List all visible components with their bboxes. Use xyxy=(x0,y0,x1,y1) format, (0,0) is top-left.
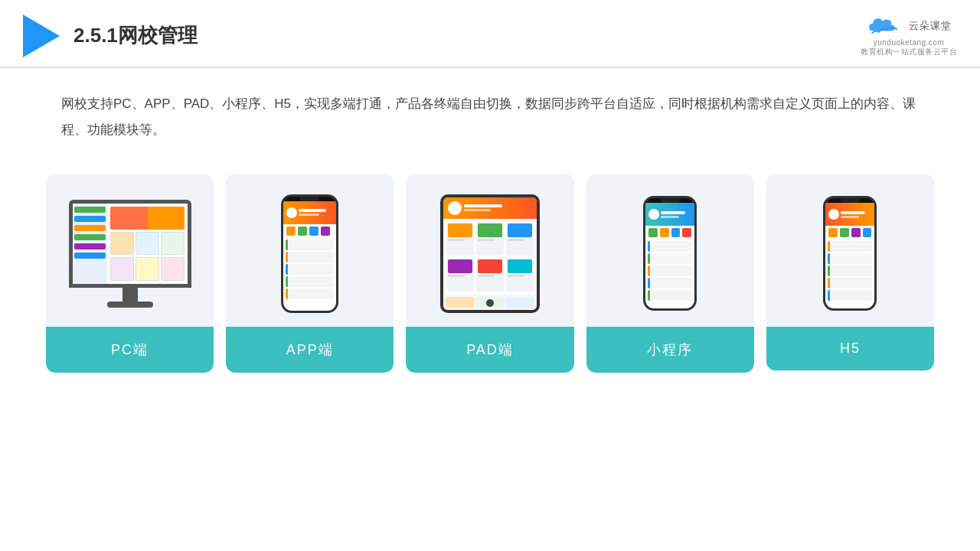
description-text: 网校支持PC、APP、PAD、小程序、H5，实现多端打通，产品各终端自由切换，数… xyxy=(0,68,980,151)
miniprogram-image xyxy=(586,174,754,327)
page-title: 2.5.1网校管理 xyxy=(74,22,198,49)
brand-slogan: 教育机构一站式服务云平台 xyxy=(861,47,957,57)
pc-label: PC端 xyxy=(46,327,214,373)
h5-phone-icon xyxy=(823,196,877,311)
pad-tablet-icon xyxy=(440,194,540,313)
h5-image xyxy=(766,174,934,327)
card-h5[interactable]: H5 xyxy=(766,174,934,373)
cloud-icon xyxy=(866,14,904,38)
brand-url: yunduoketang.com xyxy=(874,38,945,47)
app-phone-icon xyxy=(281,194,338,313)
cards-container: PC端 xyxy=(0,151,980,373)
description-content: 网校支持PC、APP、PAD、小程序、H5，实现多端打通，产品各终端自由切换，数… xyxy=(61,96,916,137)
card-pc[interactable]: PC端 xyxy=(46,174,214,373)
miniprogram-label: 小程序 xyxy=(586,327,754,373)
brand-name: 云朵课堂 xyxy=(909,19,952,33)
card-app[interactable]: APP端 xyxy=(226,174,394,373)
pc-monitor-icon xyxy=(69,200,191,308)
pc-image xyxy=(46,174,214,327)
app-label: APP端 xyxy=(226,327,394,373)
card-miniprogram[interactable]: 小程序 xyxy=(586,174,754,373)
pad-label: PAD端 xyxy=(406,327,573,373)
logo-triangle-icon xyxy=(23,15,60,57)
h5-label: H5 xyxy=(766,327,934,370)
brand-logo: 云朵课堂 yunduoketang.com 教育机构一站式服务云平台 xyxy=(861,14,957,57)
header-left: 2.5.1网校管理 xyxy=(23,15,198,57)
miniprogram-phone-icon xyxy=(643,196,697,311)
header-right: 云朵课堂 yunduoketang.com 教育机构一站式服务云平台 xyxy=(861,14,957,57)
app-image xyxy=(226,174,394,327)
card-pad[interactable]: PAD端 xyxy=(406,174,573,373)
header: 2.5.1网校管理 云朵课堂 yunduoketang.com 教育机构一站式服… xyxy=(0,0,980,68)
pad-image xyxy=(406,174,573,327)
